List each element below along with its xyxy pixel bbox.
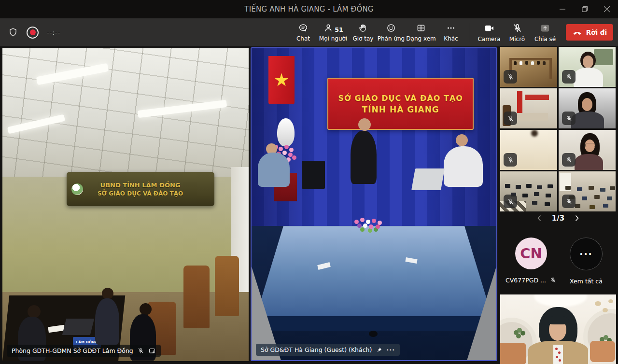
pager-next-button[interactable] [572, 213, 582, 223]
video-label-lam-dong: Phòng GDTH-GDMN Sở GDĐT Lâm Đồng [7, 345, 161, 357]
mic-muted-badge [562, 112, 576, 125]
scene-lamp [608, 299, 613, 303]
scene-board [594, 49, 613, 65]
view-all-item: ··· Xem tất cả [559, 238, 613, 285]
view-label: Dạng xem [406, 35, 435, 42]
share-icon [539, 23, 551, 34]
scene-glasses [585, 143, 595, 147]
scene-laptop [411, 168, 445, 190]
window-controls [551, 0, 618, 18]
mic-muted-icon [137, 347, 144, 354]
mic-muted-badge [504, 195, 517, 208]
more-label: Khác [444, 35, 458, 42]
share-button[interactable]: Chia sẻ [531, 18, 559, 46]
participant-name: CV677PGD ... [506, 277, 546, 284]
scene-flag [517, 91, 522, 114]
video-tile-lam-dong[interactable]: UBND TỈNH LÂM ĐỒNG SỞ GIÁO DỤC VÀ ĐÀO TẠ… [2, 48, 249, 361]
view-all-button[interactable]: ··· [570, 238, 603, 270]
video-tile-ha-giang[interactable]: SỞ GIÁO DỤC VÀ ĐÀO TẠO TỈNH HÀ GIANG Sở … [251, 47, 497, 361]
share-label: Chia sẻ [534, 36, 556, 42]
office-sign-line1: UBND TỈNH LÂM ĐỒNG [100, 182, 181, 189]
camera-label: Camera [478, 36, 500, 42]
minimize-button[interactable] [551, 0, 574, 18]
office-sign-logo [71, 183, 83, 195]
video-tile-self-view[interactable] [500, 294, 616, 364]
mic-muted-icon [512, 23, 523, 34]
scene-monitor [302, 161, 325, 189]
participant-thumbnail[interactable] [500, 130, 557, 170]
scene-table [516, 113, 548, 121]
camera-icon [484, 23, 495, 34]
banner-sign: SỞ GIÁO DỤC VÀ ĐÀO TẠO TỈNH HÀ GIANG [327, 78, 474, 129]
video-name-text: Sở GD&ĐT Hà Giang (Guest) (Khách) [261, 346, 372, 353]
gallery-pager: 1/3 [500, 211, 616, 225]
mic-muted-icon [549, 277, 557, 284]
mic-muted-badge [504, 70, 517, 84]
video-label-ha-giang: Sở GD&ĐT Hà Giang (Guest) (Khách) ··· [256, 344, 400, 356]
participant-avatar[interactable]: CN [515, 238, 547, 269]
participant-thumbnail[interactable] [559, 88, 616, 128]
people-label: Mọi người [319, 35, 347, 42]
camera-button[interactable]: Camera [475, 18, 503, 46]
scene-chair [590, 341, 615, 362]
leave-button[interactable]: Rời đi [566, 24, 613, 41]
participant-overflow-item: CN CV677PGD ... [504, 238, 558, 284]
leave-label: Rời đi [586, 28, 607, 36]
participant-thumbnail[interactable] [559, 130, 616, 170]
title-bar: TIẾNG ANH HÀ GIANG - LÂM ĐỒNG [0, 0, 618, 18]
pager-page-indicator: 1/3 [552, 214, 564, 223]
chat-icon [298, 23, 309, 33]
raise-hand-icon [358, 23, 368, 33]
pin-icon[interactable] [376, 347, 382, 353]
scene-bust [277, 118, 294, 146]
more-icon [446, 23, 456, 33]
view-button[interactable]: Dạng xem [405, 18, 437, 46]
banner-line2: TỈNH HÀ GIANG [362, 105, 439, 114]
recording-indicator-icon [27, 27, 39, 39]
view-icon [416, 23, 426, 33]
scene-lamp [595, 301, 601, 306]
raise-hand-button[interactable]: Giơ tay [349, 18, 377, 46]
restore-button[interactable] [574, 0, 596, 18]
office-sign: UBND TỈNH LÂM ĐỒNG SỞ GIÁO DỤC VÀ ĐÀO TẠ… [67, 172, 214, 206]
hang-up-icon [572, 28, 582, 38]
pager-prev-button[interactable] [534, 213, 544, 223]
mic-muted-badge [504, 153, 517, 167]
flag-icon [268, 56, 294, 104]
mic-label: Micrô [509, 36, 525, 42]
participant-thumbnail[interactable] [559, 171, 616, 211]
scene-plant [514, 330, 519, 335]
scene-people-row [514, 61, 517, 65]
close-button[interactable] [596, 0, 618, 18]
mic-muted-badge [562, 195, 576, 208]
participant-thumbnail[interactable] [500, 47, 557, 87]
recording-cluster: --:-- [8, 18, 60, 46]
people-button[interactable]: 51 Mọi người [317, 18, 349, 46]
scene-ceiling [2, 48, 249, 177]
meeting-timer: --:-- [47, 29, 60, 36]
more-button[interactable]: Khác [437, 18, 465, 46]
reactions-button[interactable]: Phản ứng [377, 18, 405, 46]
scene-banner [525, 95, 549, 100]
video-name-text: Phòng GDTH-GDMN Sở GDĐT Lâm Đồng [12, 347, 133, 354]
toolbar-buttons: Chat 51 Mọi người Giơ tay Phản ứng Dạng … [289, 18, 613, 46]
scene-laptop [62, 319, 94, 335]
banner-line1: SỞ GIÁO DỤC VÀ ĐÀO TẠO [338, 94, 463, 103]
office-sign-line2: SỞ GIÁO DỤC VÀ ĐÀO TẠO [98, 190, 183, 197]
chat-button[interactable]: Chat [289, 18, 317, 46]
tile-menu-button[interactable]: ··· [386, 346, 395, 353]
spotlight-icon [148, 347, 156, 355]
toolbar-separator [470, 23, 470, 42]
reactions-icon [386, 23, 396, 33]
mic-button[interactable]: Micrô [503, 18, 531, 46]
people-icon [323, 23, 334, 33]
meeting-toolbar: --:-- Chat 51 Mọi người Giơ tay Phản ứng… [0, 18, 618, 46]
scene-chair [500, 343, 526, 364]
scene-lamp [603, 308, 608, 312]
participant-thumbnail[interactable] [500, 171, 557, 211]
participant-thumbnail[interactable] [559, 47, 616, 87]
participant-thumbnail[interactable] [500, 88, 557, 128]
scene-table [252, 226, 496, 360]
shield-icon [8, 27, 18, 38]
mic-muted-badge [562, 153, 576, 167]
